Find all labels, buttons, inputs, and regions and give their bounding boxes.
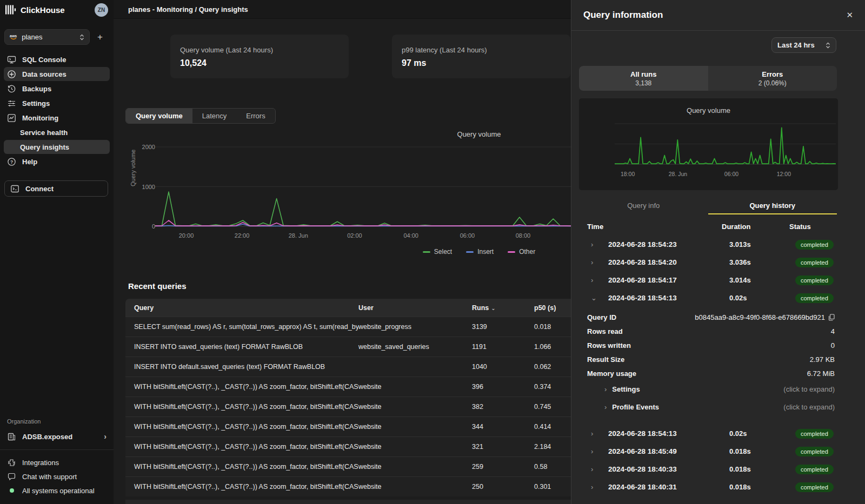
mini-chart-xticks: 18:0028. Jun06:0012:00 bbox=[615, 171, 836, 178]
time-range-select[interactable]: Last 24 hrs bbox=[771, 37, 836, 53]
close-icon[interactable]: ✕ bbox=[846, 10, 853, 20]
history-row[interactable]: › 2024-06-28 18:40:33 0.018s completed bbox=[579, 460, 837, 478]
cell-duration: 3.013s bbox=[729, 240, 795, 248]
puzzle-icon bbox=[7, 458, 16, 467]
mini-chart-title: Query volume bbox=[579, 106, 838, 115]
toggle-all-runs[interactable]: All runs 3,138 bbox=[579, 66, 708, 91]
tab-query-info[interactable]: Query info bbox=[579, 198, 708, 214]
chat-support-item[interactable]: Chat with support bbox=[0, 469, 114, 483]
col-runs[interactable]: Runs⌄ bbox=[472, 304, 534, 312]
cell-runs: 3139 bbox=[472, 323, 534, 331]
chart-yticks: 010002000 bbox=[135, 146, 155, 227]
cell-runs: 321 bbox=[472, 443, 534, 451]
detail-value: 4 bbox=[831, 327, 835, 335]
chevron-right-icon: › bbox=[104, 432, 107, 441]
tab-latency[interactable]: Latency bbox=[192, 109, 237, 123]
sidebar-item-query-insights[interactable]: Query insights bbox=[4, 140, 110, 154]
col-time: Time bbox=[587, 223, 722, 231]
history-row[interactable]: › 2024-06-28 18:54:13 0.02s completed bbox=[579, 425, 837, 442]
expand-chevron-icon[interactable]: › bbox=[591, 447, 608, 455]
divider bbox=[0, 449, 114, 450]
history-row[interactable]: › 2024-06-28 18:45:49 0.018s completed bbox=[579, 442, 837, 460]
sidebar-item-label: Backups bbox=[22, 85, 51, 93]
cell-user: website bbox=[358, 383, 472, 391]
cell-time: 2024-06-28 18:54:23 bbox=[608, 240, 729, 248]
cell-query: INSERT INTO saved_queries (text) FORMAT … bbox=[134, 343, 358, 351]
settings-expand-row[interactable]: ›Settings (click to expand) bbox=[579, 380, 837, 398]
sidebar-item-settings[interactable]: Settings bbox=[4, 96, 110, 110]
expand-chevron-icon[interactable]: › bbox=[591, 258, 608, 266]
expand-chevron-icon[interactable]: › bbox=[591, 429, 608, 438]
svg-text:?: ? bbox=[10, 159, 13, 164]
memory-usage-row: Memory usage 6.72 MiB bbox=[579, 366, 837, 380]
profile-events-expand-row[interactable]: ›Profile Events (click to expand) bbox=[579, 398, 837, 416]
cell-user: website_saved_queries bbox=[358, 343, 472, 351]
history-row[interactable]: › 2024-06-28 18:40:31 0.018s completed bbox=[579, 478, 837, 496]
history-row[interactable]: › 2024-06-28 18:54:23 3.013s completed bbox=[579, 236, 837, 253]
connect-button[interactable]: Connect bbox=[4, 180, 108, 197]
integrations-item[interactable]: Integrations bbox=[0, 455, 114, 469]
expand-chevron-icon[interactable]: › bbox=[591, 276, 608, 284]
sidebar-item-label: Help bbox=[22, 158, 37, 166]
settings-sliders-icon bbox=[7, 99, 16, 108]
cell-time: 2024-06-28 18:54:17 bbox=[608, 276, 729, 284]
toggle-label: All runs bbox=[630, 70, 656, 78]
expand-chevron-icon[interactable]: › bbox=[591, 465, 608, 473]
help-icon: ? bbox=[7, 157, 16, 166]
organization-row[interactable]: ADSB.exposed › bbox=[0, 429, 114, 444]
history-row[interactable]: › 2024-06-28 18:54:17 3.014s completed bbox=[579, 271, 837, 289]
service-name: planes bbox=[22, 33, 79, 41]
cell-query: WITH bitShiftLeft(CAST(?..), _CAST(?..))… bbox=[134, 463, 358, 471]
cell-user: website bbox=[358, 443, 472, 451]
detail-label: Memory usage bbox=[587, 369, 636, 378]
history-row[interactable]: ⌄ 2024-06-28 18:54:13 0.02s completed bbox=[579, 289, 837, 307]
tab-query-volume[interactable]: Query volume bbox=[126, 109, 192, 123]
sidebar-item-monitoring[interactable]: Monitoring bbox=[4, 111, 110, 125]
sidebar-item-data-sources[interactable]: Data sources bbox=[4, 67, 110, 81]
detail-label: Result Size bbox=[587, 355, 624, 364]
mini-query-volume-chart[interactable] bbox=[615, 123, 836, 165]
system-status-item[interactable]: All systems operational bbox=[0, 483, 114, 498]
panel-tabs: Query info Query history bbox=[579, 198, 837, 214]
history-row[interactable]: › 2024-06-28 18:54:20 3.036s completed bbox=[579, 253, 837, 271]
tab-query-history[interactable]: Query history bbox=[708, 198, 837, 214]
cell-runs: 1191 bbox=[472, 343, 534, 351]
cell-time: 2024-06-28 18:40:33 bbox=[608, 465, 729, 473]
history-rows-top: › 2024-06-28 18:54:23 3.013s completed ›… bbox=[579, 236, 837, 307]
copy-icon[interactable] bbox=[828, 314, 835, 321]
cell-runs: 382 bbox=[472, 403, 534, 411]
sidebar-item-help[interactable]: ? Help bbox=[4, 154, 110, 169]
status-label: All systems operational bbox=[22, 487, 95, 495]
chart-tabs: Query volume Latency Errors bbox=[125, 108, 276, 124]
runs-errors-toggle: All runs 3,138 Errors 2 (0.06%) bbox=[579, 66, 837, 91]
toggle-label: Errors bbox=[762, 70, 783, 78]
status-badge: completed bbox=[795, 429, 834, 439]
sidebar-item-service-health[interactable]: Service health bbox=[4, 125, 110, 139]
legend-item[interactable]: Select bbox=[423, 248, 452, 256]
detail-value: 0 bbox=[831, 341, 835, 350]
sidebar-item-sql-console[interactable]: SQL Console bbox=[4, 52, 110, 66]
sidebar: ClickHouse ZN aws planes + SQL C bbox=[0, 0, 114, 504]
expand-chevron-icon[interactable]: ⌄ bbox=[591, 294, 608, 302]
footer-item-label: Chat with support bbox=[22, 473, 77, 481]
footer-item-label: Integrations bbox=[22, 459, 59, 467]
tab-errors[interactable]: Errors bbox=[236, 109, 275, 123]
toggle-errors[interactable]: Errors 2 (0.06%) bbox=[708, 66, 837, 91]
expand-chevron-icon[interactable]: › bbox=[591, 483, 608, 491]
legend-item[interactable]: Insert bbox=[466, 248, 494, 256]
stat-value: 97 ms bbox=[402, 58, 561, 68]
cell-user: website bbox=[358, 483, 472, 490]
mini-chart-card: Query volume 18:0028. Jun06:0012:00 bbox=[579, 98, 838, 190]
stat-card-query-volume: Query volume (Last 24 hours) 10,524 bbox=[170, 35, 349, 78]
service-selector[interactable]: aws planes bbox=[4, 29, 90, 45]
cell-duration: 3.036s bbox=[729, 258, 795, 266]
sidebar-item-label: SQL Console bbox=[22, 56, 66, 64]
col-query: Query bbox=[134, 304, 358, 312]
sidebar-item-backups[interactable]: Backups bbox=[4, 82, 110, 96]
cell-runs: 396 bbox=[472, 383, 534, 391]
add-service-button[interactable]: + bbox=[97, 32, 103, 43]
connect-label: Connect bbox=[25, 185, 54, 193]
legend-item[interactable]: Other bbox=[508, 248, 535, 256]
expand-chevron-icon[interactable]: › bbox=[591, 240, 608, 248]
user-avatar[interactable]: ZN bbox=[95, 3, 108, 17]
